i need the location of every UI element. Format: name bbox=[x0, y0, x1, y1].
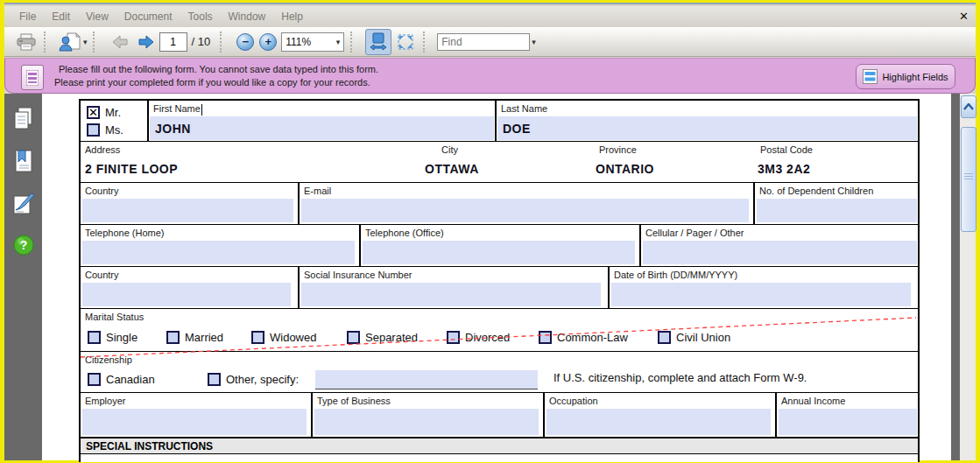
screenshot-root: File Edit View Document Tools Window Hel… bbox=[0, 0, 980, 463]
menu-help[interactable]: Help bbox=[273, 8, 311, 25]
canadian-checkbox[interactable] bbox=[88, 373, 101, 386]
province-label: Province bbox=[599, 144, 637, 155]
other-specify-field[interactable] bbox=[315, 370, 538, 389]
menu-view[interactable]: View bbox=[78, 8, 116, 25]
notice-line-1: Please fill out the following form. You … bbox=[54, 63, 378, 76]
occupation-cell: Occupation bbox=[545, 393, 777, 437]
arrow-right-icon bbox=[137, 34, 156, 50]
menu-document[interactable]: Document bbox=[116, 8, 180, 25]
civil-union-checkbox[interactable] bbox=[658, 331, 671, 344]
bookmarks-panel-button[interactable] bbox=[11, 148, 37, 174]
chevron-down-icon[interactable]: ▾ bbox=[532, 38, 536, 46]
common-law-label: Common-Law bbox=[557, 331, 628, 344]
form-row-identity: Country Social Insurance Number Date of … bbox=[81, 267, 918, 309]
form-notice-icon[interactable] bbox=[21, 65, 44, 90]
phone-office-cell: Telephone (Office) bbox=[361, 225, 641, 266]
scroll-thumb[interactable] bbox=[961, 127, 976, 232]
highlight-fields-icon bbox=[863, 69, 878, 84]
pages-icon bbox=[12, 107, 35, 131]
employer-field[interactable] bbox=[82, 409, 307, 435]
form-notice-text: Please fill out the following form. You … bbox=[54, 63, 378, 89]
separated-checkbox[interactable] bbox=[347, 331, 360, 344]
first-name-field[interactable]: JOHN bbox=[150, 116, 494, 140]
employer-label: Employer bbox=[85, 396, 125, 406]
print-button[interactable] bbox=[14, 30, 39, 54]
business-field[interactable] bbox=[314, 409, 539, 435]
phone-office-field[interactable] bbox=[363, 241, 635, 264]
zoom-level-value: 111% bbox=[286, 36, 311, 48]
sin-cell: Social Insurance Number bbox=[300, 267, 610, 308]
vertical-scrollbar[interactable] bbox=[960, 94, 976, 460]
postal-code-field[interactable]: 3M3 2A2 bbox=[758, 162, 810, 176]
phone-home-field[interactable] bbox=[82, 241, 355, 264]
menu-tools[interactable]: Tools bbox=[180, 8, 221, 25]
country-label: Country bbox=[85, 186, 119, 196]
cellular-field[interactable] bbox=[643, 241, 917, 264]
occupation-field[interactable] bbox=[546, 409, 771, 435]
highlight-fields-button[interactable]: Highlight Fields bbox=[856, 64, 955, 89]
form-row-address: Address 2 FINITE LOOP City OTTAWA Provin… bbox=[81, 142, 918, 183]
business-cell: Type of Business bbox=[313, 393, 545, 437]
help-button[interactable]: ? bbox=[11, 232, 37, 258]
mr-checkbox[interactable]: ✕ bbox=[87, 106, 100, 119]
country-field[interactable] bbox=[82, 199, 293, 222]
last-name-label: Last Name bbox=[501, 103, 547, 114]
country2-cell: Country bbox=[81, 267, 300, 308]
country2-field[interactable] bbox=[82, 283, 291, 306]
scroll-up-button[interactable] bbox=[961, 95, 976, 118]
menu-window[interactable]: Window bbox=[221, 8, 274, 25]
print-icon bbox=[16, 33, 37, 51]
other-citizenship-checkbox[interactable] bbox=[208, 373, 221, 386]
form-row-name: ✕ Mr. Ms. First Name JOHN bbox=[81, 101, 918, 142]
signatures-panel-button[interactable] bbox=[11, 190, 37, 216]
ms-checkbox[interactable] bbox=[87, 123, 100, 137]
close-icon[interactable]: ✕ bbox=[959, 10, 969, 23]
income-field[interactable] bbox=[779, 409, 917, 435]
toolbar-separator bbox=[93, 32, 102, 53]
previous-page-button[interactable] bbox=[108, 30, 132, 54]
find-input[interactable] bbox=[437, 33, 530, 51]
menu-file[interactable]: File bbox=[11, 8, 44, 25]
city-field[interactable]: OTTAWA bbox=[425, 162, 479, 176]
sin-label: Social Insurance Number bbox=[304, 270, 412, 280]
marital-status-label: Marital Status bbox=[85, 312, 144, 322]
toolbar: ▾ / 10 − + 111% ▾ bbox=[4, 27, 976, 57]
pages-panel-button[interactable] bbox=[11, 106, 37, 132]
zoom-out-icon[interactable]: − bbox=[236, 33, 254, 51]
sin-field[interactable] bbox=[301, 283, 601, 306]
divorced-checkbox[interactable] bbox=[447, 331, 460, 344]
svg-text:?: ? bbox=[19, 238, 27, 252]
ms-label: Ms. bbox=[105, 123, 123, 137]
page-number-input[interactable] bbox=[159, 32, 187, 52]
next-page-button[interactable] bbox=[134, 30, 159, 54]
find-control: ▾ bbox=[437, 33, 536, 51]
notice-line-2: Please print your completed form if you … bbox=[54, 76, 378, 89]
email-field[interactable] bbox=[301, 199, 749, 222]
postal-code-label: Postal Code bbox=[760, 144, 813, 155]
first-name-value: JOHN bbox=[155, 122, 191, 136]
married-checkbox[interactable] bbox=[166, 331, 180, 344]
pdf-form-page: ✕ Mr. Ms. First Name JOHN bbox=[79, 99, 920, 462]
form-row-employment: Employer Type of Business Occupation Ann… bbox=[81, 393, 918, 438]
menu-edit[interactable]: Edit bbox=[44, 8, 78, 25]
dob-field[interactable] bbox=[611, 283, 911, 306]
zoom-level-dropdown[interactable]: 111% ▾ bbox=[281, 32, 344, 52]
fit-width-button[interactable] bbox=[365, 29, 391, 55]
dependents-field[interactable] bbox=[757, 199, 917, 222]
address-field[interactable]: 2 FINITE LOOP bbox=[85, 162, 178, 176]
single-checkbox[interactable] bbox=[88, 331, 101, 344]
widowed-checkbox[interactable] bbox=[251, 331, 264, 344]
common-law-checkbox[interactable] bbox=[539, 331, 552, 344]
fit-page-button[interactable] bbox=[393, 30, 418, 54]
widowed-label: Widowed bbox=[270, 331, 316, 344]
toolbar-separator bbox=[44, 32, 53, 53]
identity-send-button[interactable]: ▾ bbox=[59, 30, 88, 54]
province-field[interactable]: ONTARIO bbox=[596, 162, 654, 176]
employer-cell: Employer bbox=[81, 393, 313, 437]
dependents-cell: No. of Dependent Children bbox=[755, 183, 918, 224]
zoom-in-icon[interactable]: + bbox=[259, 33, 277, 51]
title-cell: ✕ Mr. Ms. bbox=[81, 101, 149, 141]
text-cursor bbox=[201, 104, 202, 116]
last-name-field[interactable]: DOE bbox=[497, 116, 917, 140]
help-icon: ? bbox=[13, 235, 34, 256]
